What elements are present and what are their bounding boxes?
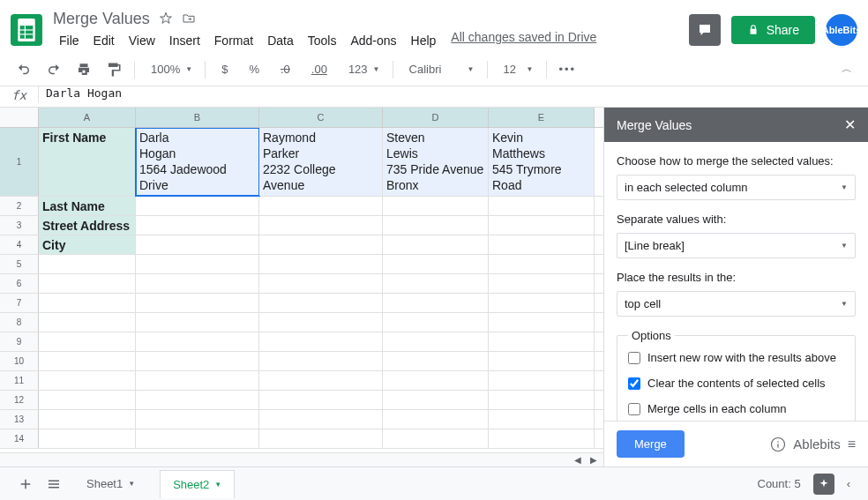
scroll-left-icon[interactable]: ◀: [572, 454, 584, 466]
format-currency-button[interactable]: $: [213, 59, 236, 79]
move-folder-icon[interactable]: [182, 11, 196, 26]
col-header-d[interactable]: D: [383, 108, 489, 127]
cell-e1[interactable]: Kevin Matthews 545 Trymore Road Winthrop: [489, 128, 595, 196]
option-merge-cells[interactable]: Merge cells in each column: [628, 402, 844, 415]
sheets-logo[interactable]: [11, 14, 42, 46]
format-percent-button[interactable]: %: [240, 59, 268, 79]
menu-edit[interactable]: Edit: [87, 30, 121, 51]
star-icon[interactable]: [159, 11, 173, 26]
menu-help[interactable]: Help: [405, 30, 443, 51]
font-dropdown[interactable]: Calibri▼: [400, 59, 480, 79]
menu-data[interactable]: Data: [261, 30, 300, 51]
tab-sheet1[interactable]: Sheet1▼: [74, 470, 147, 497]
chevron-down-icon: ▼: [841, 242, 848, 250]
tab-sheet2[interactable]: Sheet2▼: [160, 470, 235, 498]
separator-select[interactable]: [Line break]▼: [617, 233, 856, 258]
explore-button[interactable]: [813, 474, 834, 495]
options-fieldset: Options Insert new row with the results …: [617, 329, 856, 421]
row-header-5[interactable]: 5: [0, 255, 39, 273]
cell-c1[interactable]: Raymond Parker 2232 College Avenue Hamer…: [259, 128, 383, 196]
share-label: Share: [767, 23, 799, 37]
place-results-select[interactable]: top cell▼: [617, 291, 856, 317]
option-insert-row[interactable]: Insert new row with the results above: [628, 351, 844, 364]
row-header-8[interactable]: 8: [0, 313, 39, 332]
share-button[interactable]: Share: [731, 16, 815, 44]
select-all-corner[interactable]: [0, 108, 39, 127]
col-header-e[interactable]: E: [489, 108, 595, 127]
user-avatar[interactable]: AbleBits: [826, 14, 857, 46]
separator-label: Separate values with:: [617, 213, 856, 226]
chevron-down-icon: ▼: [214, 481, 221, 489]
more-toolbar-button[interactable]: •••: [554, 59, 582, 79]
save-status[interactable]: All changes saved in Drive: [451, 30, 596, 51]
paint-format-button[interactable]: [101, 58, 127, 81]
svg-point-6: [778, 441, 780, 443]
zoom-dropdown[interactable]: 100%▼: [142, 59, 198, 79]
print-icon: [76, 62, 92, 78]
row-header-9[interactable]: 9: [0, 332, 39, 351]
chevron-up-icon: ︿: [842, 62, 852, 77]
redo-button[interactable]: [41, 58, 67, 81]
row-header-4[interactable]: 4: [0, 235, 39, 254]
merge-how-label: Choose how to merge the selected values:: [617, 154, 856, 168]
decrease-decimal-button[interactable]: .0: [272, 59, 299, 79]
option-clear-contents[interactable]: Clear the contents of selected cells: [628, 377, 844, 390]
col-header-a[interactable]: A: [39, 108, 136, 127]
menu-tools[interactable]: Tools: [302, 30, 343, 51]
row-header-7[interactable]: 7: [0, 294, 39, 312]
menu-addons[interactable]: Add-ons: [344, 30, 402, 51]
more-formats-dropdown[interactable]: 123▼: [340, 59, 385, 79]
ablebits-brand[interactable]: Ablebits ≡: [770, 437, 856, 452]
sidebar-title: Merge Values: [617, 118, 692, 132]
merge-button[interactable]: Merge: [617, 430, 685, 458]
menu-bar: File Edit View Insert Format Data Tools …: [53, 30, 689, 51]
add-sheet-button[interactable]: [18, 476, 34, 492]
col-header-b[interactable]: B: [136, 108, 259, 127]
merge-how-select[interactable]: in each selected column▼: [617, 175, 856, 200]
row-header-13[interactable]: 13: [0, 410, 39, 429]
row-header-2[interactable]: 2: [0, 197, 39, 215]
place-results-label: Place the results in the:: [617, 271, 856, 284]
chevron-down-icon: ▼: [128, 480, 135, 488]
row-header-14[interactable]: 14: [0, 429, 39, 448]
close-sidebar-button[interactable]: ✕: [844, 116, 856, 133]
row-header-6[interactable]: 6: [0, 274, 39, 293]
print-button[interactable]: [71, 58, 97, 81]
collapse-panel-button[interactable]: ‹: [847, 477, 850, 490]
formula-input[interactable]: Darla Hogan: [39, 86, 129, 101]
menu-file[interactable]: File: [53, 30, 86, 51]
app-header: Merge Values File Edit View Insert Forma…: [0, 0, 868, 53]
sheet-tabs-bar: Sheet1▼ Sheet2▼ Count: 5 ‹: [0, 466, 868, 500]
menu-view[interactable]: View: [123, 30, 161, 51]
paint-icon: [106, 62, 122, 78]
cell-b1[interactable]: Darla Hogan 1564 Jadewood Drive West Chi…: [136, 128, 259, 196]
chevron-down-icon: ▼: [841, 300, 848, 308]
row-1: 1 First Name Darla Hogan 1564 Jadewood D…: [0, 128, 603, 197]
row-header-1[interactable]: 1: [0, 128, 39, 196]
all-sheets-button[interactable]: [46, 476, 62, 492]
menu-insert[interactable]: Insert: [163, 30, 206, 51]
hamburger-icon[interactable]: ≡: [848, 437, 856, 452]
collapse-toolbar-button[interactable]: ︿: [836, 58, 857, 80]
horizontal-scroll[interactable]: ◀ ▶: [0, 452, 603, 466]
chevron-down-icon: ▼: [185, 65, 192, 73]
cell-a1[interactable]: First Name: [39, 128, 136, 196]
cell-a4[interactable]: City: [39, 235, 136, 254]
col-header-c[interactable]: C: [259, 108, 383, 127]
doc-title[interactable]: Merge Values: [53, 10, 150, 28]
cell-d1[interactable]: Steven Lewis 735 Pride Avenue Bronx: [383, 128, 489, 196]
undo-button[interactable]: [11, 58, 37, 81]
comments-button[interactable]: [689, 14, 721, 46]
font-size-dropdown[interactable]: 12▼: [495, 59, 539, 79]
cell-a2[interactable]: Last Name: [39, 197, 136, 215]
menu-format[interactable]: Format: [208, 30, 259, 51]
row-header-11[interactable]: 11: [0, 371, 39, 390]
row-header-12[interactable]: 12: [0, 391, 39, 409]
selection-count[interactable]: Count: 5: [758, 477, 801, 490]
cell-a3[interactable]: Street Address: [39, 216, 136, 235]
row-header-10[interactable]: 10: [0, 352, 39, 370]
increase-decimal-button[interactable]: .00: [303, 59, 336, 79]
scroll-right-icon[interactable]: ▶: [587, 454, 600, 466]
chevron-down-icon: ▼: [468, 65, 475, 73]
row-header-3[interactable]: 3: [0, 216, 39, 235]
